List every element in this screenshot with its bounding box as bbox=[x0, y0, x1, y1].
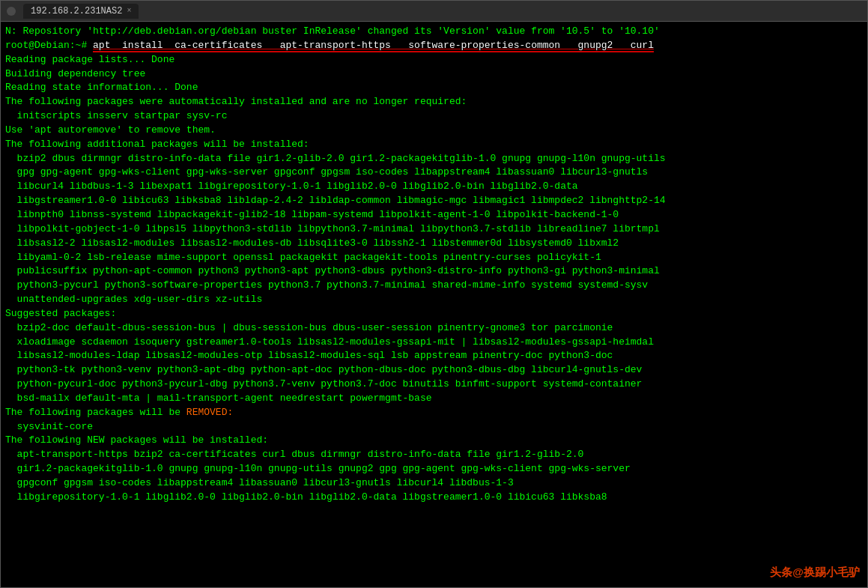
terminal-line: N: Repository 'http://deb.debian.org/deb… bbox=[5, 25, 863, 39]
terminal-line: python3-pycurl python3-software-properti… bbox=[5, 279, 863, 293]
terminal-body[interactable]: N: Repository 'http://deb.debian.org/deb… bbox=[1, 22, 867, 587]
terminal-line: libgstreamer1.0-0 libicu63 libksba8 libl… bbox=[5, 194, 863, 208]
terminal-line: The following packages will be REMOVED: bbox=[5, 406, 863, 420]
terminal-line: libgirepository-1.0-1 libglib2.0-0 libgl… bbox=[5, 491, 863, 505]
terminal-line: gpg gpg-agent gpg-wks-client gpg-wks-ser… bbox=[5, 166, 863, 180]
terminal-line: xloadimage scdaemon isoquery gstreamer1.… bbox=[5, 336, 863, 350]
terminal-line: libyaml-0-2 lsb-release mime-support ope… bbox=[5, 251, 863, 265]
terminal-line: apt-transport-https bzip2 ca-certificate… bbox=[5, 448, 863, 462]
terminal-line: libcurl4 libdbus-1-3 libexpat1 libgirepo… bbox=[5, 180, 863, 194]
tab-label[interactable]: 192.168.2.231NAS2 × bbox=[23, 4, 139, 19]
terminal-line: Suggested packages: bbox=[5, 307, 863, 321]
terminal-line: libsasl2-2 libsasl2-modules libsasl2-mod… bbox=[5, 237, 863, 251]
terminal-line: python-pycurl-doc python3-pycurl-dbg pyt… bbox=[5, 378, 863, 392]
window-icon bbox=[7, 7, 16, 16]
terminal-line: bzip2-doc default-dbus-session-bus | dbu… bbox=[5, 321, 863, 336]
terminal-line: The following packages were automaticall… bbox=[5, 95, 863, 109]
terminal-line: Reading package lists... Done bbox=[5, 53, 863, 67]
tab-title: 192.168.2.231NAS2 bbox=[31, 6, 122, 16]
terminal-line: Building dependency tree bbox=[5, 67, 863, 82]
terminal-line: python3-tk python3-venv python3-apt-dbg … bbox=[5, 363, 863, 378]
terminal-line: unattended-upgrades xdg-user-dirs xz-uti… bbox=[5, 293, 863, 307]
watermark: 头条@换踢小毛驴 bbox=[770, 566, 860, 580]
terminal-line: The following additional packages will b… bbox=[5, 138, 863, 152]
terminal-line: publicsuffix python-apt-common python3 p… bbox=[5, 264, 863, 279]
titlebar: 192.168.2.231NAS2 × bbox=[1, 1, 867, 22]
terminal-line: gir1.2-packagekitglib-1.0 gnupg gnupg-l1… bbox=[5, 462, 863, 476]
terminal-line: libsasl2-modules-ldap libsasl2-modules-o… bbox=[5, 349, 863, 363]
terminal-line: libnpth0 libnss-systemd libpackagekit-gl… bbox=[5, 208, 863, 222]
terminal-line: libpolkit-gobject-1-0 libpsl5 libpython3… bbox=[5, 222, 863, 237]
terminal-line: root@Debian:~# apt install ca-certificat… bbox=[5, 39, 863, 53]
terminal-window: 192.168.2.231NAS2 × N: Repository 'http:… bbox=[0, 0, 868, 588]
terminal-line: gpgconf gpgsm iso-codes libappstream4 li… bbox=[5, 476, 863, 491]
terminal-line: bsd-mailx default-mta | mail-transport-a… bbox=[5, 392, 863, 406]
terminal-line: bzip2 dbus dirmngr distro-info-data file… bbox=[5, 152, 863, 166]
terminal-line: Reading state information... Done bbox=[5, 81, 863, 95]
terminal-line: The following NEW packages will be insta… bbox=[5, 434, 863, 448]
terminal-line: sysvinit-core bbox=[5, 420, 863, 434]
terminal-line: Use 'apt autoremove' to remove them. bbox=[5, 124, 863, 138]
terminal-line: initscripts insserv startpar sysv-rc bbox=[5, 109, 863, 124]
tab-close-icon[interactable]: × bbox=[127, 7, 131, 15]
terminal-output: N: Repository 'http://deb.debian.org/deb… bbox=[5, 25, 863, 505]
